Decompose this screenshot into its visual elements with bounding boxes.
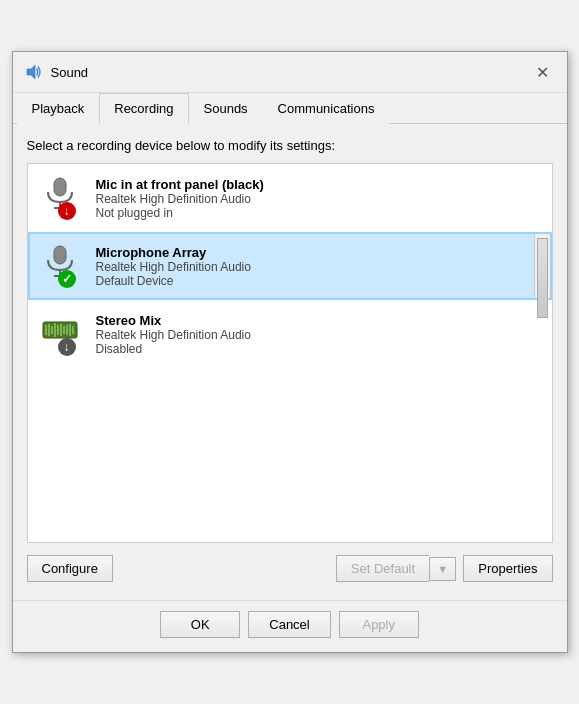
tab-playback[interactable]: Playback xyxy=(17,93,100,124)
device-icon-wrap-2: ✓ xyxy=(42,244,86,288)
status-badge-1: ↓ xyxy=(58,202,76,220)
device-icon-wrap-1: ↓ xyxy=(42,176,86,220)
button-row: Configure Set Default ▼ Properties xyxy=(27,555,553,582)
device-icon-wrap-3: ↓ xyxy=(42,312,86,356)
scrollbar-track xyxy=(535,234,550,298)
configure-button[interactable]: Configure xyxy=(27,555,113,582)
device-info-3: Stereo Mix Realtek High Definition Audio… xyxy=(96,313,538,356)
device-item-stereo-mix[interactable]: ↓ Stereo Mix Realtek High Definition Aud… xyxy=(28,300,552,368)
device-info-2: Microphone Array Realtek High Definition… xyxy=(96,245,538,288)
sound-dialog: Sound ✕ Playback Recording Sounds Commun… xyxy=(12,51,568,653)
device-item-mic-front[interactable]: ↓ Mic in at front panel (black) Realtek … xyxy=(28,164,552,232)
device-driver-2: Realtek High Definition Audio xyxy=(96,260,538,274)
device-name-3: Stereo Mix xyxy=(96,313,538,328)
tab-content: Select a recording device below to modif… xyxy=(13,124,567,596)
device-info-1: Mic in at front panel (black) Realtek Hi… xyxy=(96,177,538,220)
device-item-mic-array[interactable]: ✓ Microphone Array Realtek High Definiti… xyxy=(28,232,552,300)
device-status-3: Disabled xyxy=(96,342,538,356)
cancel-button[interactable]: Cancel xyxy=(248,611,330,638)
set-default-button[interactable]: Set Default xyxy=(336,555,429,582)
instruction-text: Select a recording device below to modif… xyxy=(27,138,553,153)
device-list: ↓ Mic in at front panel (black) Realtek … xyxy=(27,163,553,543)
tab-recording[interactable]: Recording xyxy=(99,93,188,124)
bottom-row: OK Cancel Apply xyxy=(13,600,567,652)
close-button[interactable]: ✕ xyxy=(531,60,555,84)
device-name-2: Microphone Array xyxy=(96,245,538,260)
tab-communications[interactable]: Communications xyxy=(263,93,390,124)
device-name-1: Mic in at front panel (black) xyxy=(96,177,538,192)
svg-rect-7 xyxy=(43,322,77,338)
device-status-1: Not plugged in xyxy=(96,206,538,220)
set-default-arrow[interactable]: ▼ xyxy=(429,557,456,581)
svg-rect-1 xyxy=(54,178,66,196)
properties-button[interactable]: Properties xyxy=(463,555,552,582)
scrollbar[interactable] xyxy=(534,234,550,298)
tabs-bar: Playback Recording Sounds Communications xyxy=(13,93,567,124)
status-badge-3: ↓ xyxy=(58,338,76,356)
svg-rect-4 xyxy=(54,246,66,264)
status-badge-2: ✓ xyxy=(58,270,76,288)
ok-button[interactable]: OK xyxy=(160,611,240,638)
window-title: Sound xyxy=(51,65,89,80)
svg-marker-0 xyxy=(27,65,35,79)
title-bar-left: Sound xyxy=(25,63,89,81)
device-driver-3: Realtek High Definition Audio xyxy=(96,328,538,342)
speaker-icon xyxy=(25,63,43,81)
apply-button[interactable]: Apply xyxy=(339,611,419,638)
tab-sounds[interactable]: Sounds xyxy=(189,93,263,124)
title-bar: Sound ✕ xyxy=(13,52,567,93)
device-driver-1: Realtek High Definition Audio xyxy=(96,192,538,206)
device-status-2: Default Device xyxy=(96,274,538,288)
